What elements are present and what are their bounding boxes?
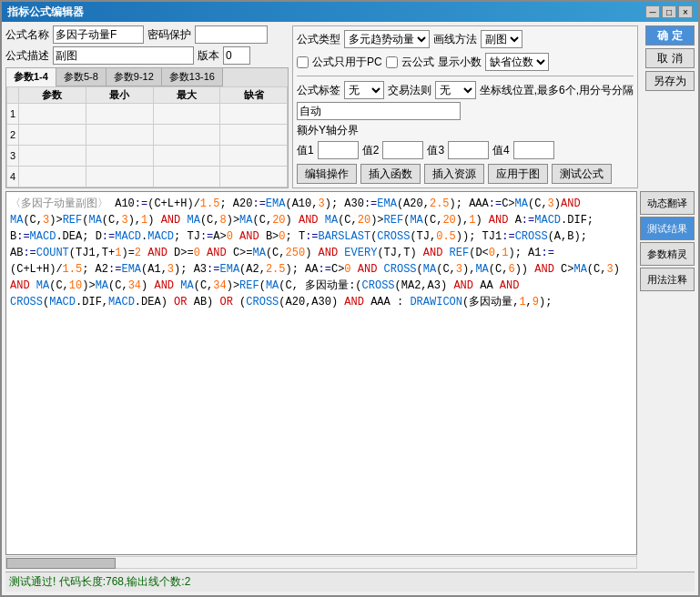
param3-name[interactable] xyxy=(22,147,83,165)
param4-min[interactable] xyxy=(89,167,150,186)
draw-method-select[interactable]: 副图 xyxy=(481,30,522,48)
tab-params-9-12[interactable]: 参数9-12 xyxy=(107,68,162,86)
params-tabs: 参数1-4 参数5-8 参数9-12 参数13-16 xyxy=(6,68,288,86)
param4-default[interactable] xyxy=(223,167,284,186)
yaxis-val4-input[interactable] xyxy=(513,141,554,159)
col-header-min: 最小 xyxy=(86,87,153,104)
table-row: 4 xyxy=(7,167,288,187)
main-content: 公式名称 密码保护 公式描述 版本 参数1-4 参数5-8 xyxy=(2,22,698,595)
minimize-button[interactable]: ─ xyxy=(645,5,660,18)
params-wizard-button[interactable]: 参数精灵 xyxy=(640,242,695,266)
coord-label: 坐标线位置,最多6个,用分号分隔 xyxy=(480,83,634,98)
display-digits-label: 显示小数 xyxy=(438,55,482,70)
right-panel: 公式类型 多元趋势动量 画线方法 副图 公式只用于PC 云公式 显示小数 xyxy=(292,25,638,188)
param3-min[interactable] xyxy=(89,147,150,165)
param4-name[interactable] xyxy=(22,167,83,186)
scrollbar-thumb[interactable] xyxy=(6,558,116,569)
param2-max[interactable] xyxy=(157,126,218,144)
params-section: 参数1-4 参数5-8 参数9-12 参数13-16 参数 最小 最大 xyxy=(5,67,289,188)
options-row: 公式只用于PC 云公式 显示小数 缺省位数 xyxy=(297,53,634,71)
draw-method-label: 画线方法 xyxy=(433,32,477,47)
confirm-cancel-buttons: 确 定 取 消 另存为 xyxy=(645,25,695,188)
row-num-3: 3 xyxy=(7,146,19,167)
formula-container: 〈多因子动量副图〉 A10:=(C+L+H)/1.5; A20:=EMA(A10… xyxy=(5,191,695,569)
yaxis-val2-input[interactable] xyxy=(382,141,423,159)
table-row: 2 xyxy=(7,125,288,146)
param2-min[interactable] xyxy=(89,126,150,144)
formula-name-input[interactable] xyxy=(53,25,144,44)
formula-pc-only-label: 公式只用于PC xyxy=(312,55,382,70)
yaxis-val3-input[interactable] xyxy=(448,141,489,159)
test-formula-button[interactable]: 测试公式 xyxy=(552,164,612,184)
side-buttons-panel: 动态翻译 测试结果 参数精灵 用法注释 xyxy=(640,191,695,569)
param2-default[interactable] xyxy=(223,126,284,144)
status-bar: 测试通过! 代码长度:768,输出线个数:2 xyxy=(5,572,695,592)
params-table: 参数 最小 最大 缺省 1 xyxy=(6,86,288,187)
display-digits-select[interactable]: 缺省位数 xyxy=(485,53,549,71)
formula-name-label: 公式名称 xyxy=(5,27,49,43)
row-num-1: 1 xyxy=(7,104,19,125)
apply-to-chart-button[interactable]: 应用于图 xyxy=(488,164,548,184)
param2-name[interactable] xyxy=(22,126,83,144)
usage-notes-button[interactable]: 用法注释 xyxy=(640,268,695,291)
formula-tag-select[interactable]: 无 xyxy=(344,81,384,99)
confirm-button[interactable]: 确 定 xyxy=(645,25,695,46)
tab-params-1-4[interactable]: 参数1-4 xyxy=(6,68,56,86)
param1-min[interactable] xyxy=(89,105,150,123)
window-title: 指标公式编辑器 xyxy=(7,5,84,20)
formula-desc-label: 公式描述 xyxy=(5,48,49,64)
param1-name[interactable] xyxy=(22,105,83,123)
edit-operation-button[interactable]: 编辑操作 xyxy=(297,164,357,184)
yaxis-val4-label: 值4 xyxy=(492,143,510,158)
trade-rule-select[interactable]: 无 xyxy=(435,81,475,99)
formula-desc-input[interactable] xyxy=(53,46,194,65)
yaxis-val2-label: 值2 xyxy=(362,143,380,158)
formula-pc-only-checkbox[interactable] xyxy=(297,56,309,68)
version-label: 版本 xyxy=(198,48,219,64)
param3-max[interactable] xyxy=(157,147,218,165)
col-header-param: 参数 xyxy=(19,87,86,104)
row-num-4: 4 xyxy=(7,167,19,187)
coord-value-row xyxy=(297,102,634,120)
table-row: 1 xyxy=(7,104,288,125)
yaxis-val1-label: 值1 xyxy=(297,143,314,158)
insert-resource-button[interactable]: 插入资源 xyxy=(424,164,484,184)
table-row: 3 xyxy=(7,146,288,167)
param4-max[interactable] xyxy=(157,167,218,186)
formula-desc-row: 公式描述 版本 xyxy=(5,46,289,65)
close-button[interactable]: × xyxy=(678,5,693,18)
cloud-formula-checkbox[interactable] xyxy=(386,56,398,68)
formula-type-row: 公式类型 多元趋势动量 画线方法 副图 xyxy=(297,30,634,48)
action-buttons: 编辑操作 插入函数 插入资源 应用于图 测试公式 xyxy=(297,164,634,184)
param1-default[interactable] xyxy=(223,105,284,123)
col-header-num xyxy=(7,87,19,104)
yaxis-val3-label: 值3 xyxy=(427,143,444,158)
left-panel: 公式名称 密码保护 公式描述 版本 参数1-4 参数5-8 xyxy=(5,25,289,188)
param1-max[interactable] xyxy=(157,105,218,123)
row-num-2: 2 xyxy=(7,125,19,146)
formula-type-select[interactable]: 多元趋势动量 xyxy=(344,30,430,48)
col-header-max: 最大 xyxy=(153,87,220,104)
yaxis-row: 额外Y轴分界 xyxy=(297,123,634,138)
main-window: 指标公式编辑器 ─ □ × 公式名称 密码保护 公式描述 xyxy=(0,0,700,597)
password-input[interactable] xyxy=(195,25,268,44)
yaxis-values-row: 值1 值2 值3 值4 xyxy=(297,141,634,159)
horizontal-scrollbar[interactable] xyxy=(5,556,637,569)
coord-input[interactable] xyxy=(297,102,461,120)
saveas-button[interactable]: 另存为 xyxy=(645,71,695,91)
tab-params-13-16[interactable]: 参数13-16 xyxy=(162,68,223,86)
yaxis-val1-input[interactable] xyxy=(318,141,359,159)
title-bar: 指标公式编辑器 ─ □ × xyxy=(2,2,698,22)
maximize-button[interactable]: □ xyxy=(662,5,676,18)
insert-function-button[interactable]: 插入函数 xyxy=(360,164,421,184)
formula-editor[interactable]: 〈多因子动量副图〉 A10:=(C+L+H)/1.5; A20:=EMA(A10… xyxy=(5,191,637,555)
tab-params-5-8[interactable]: 参数5-8 xyxy=(56,68,107,86)
trade-rule-label: 交易法则 xyxy=(388,83,431,98)
param3-default[interactable] xyxy=(223,147,284,165)
cancel-button[interactable]: 取 消 xyxy=(645,48,695,68)
dynamic-translate-button[interactable]: 动态翻译 xyxy=(640,191,695,215)
version-input[interactable] xyxy=(223,46,250,65)
formula-tag-label: 公式标签 xyxy=(297,83,340,98)
test-results-button[interactable]: 测试结果 xyxy=(640,217,695,240)
formula-type-label: 公式类型 xyxy=(297,32,340,47)
